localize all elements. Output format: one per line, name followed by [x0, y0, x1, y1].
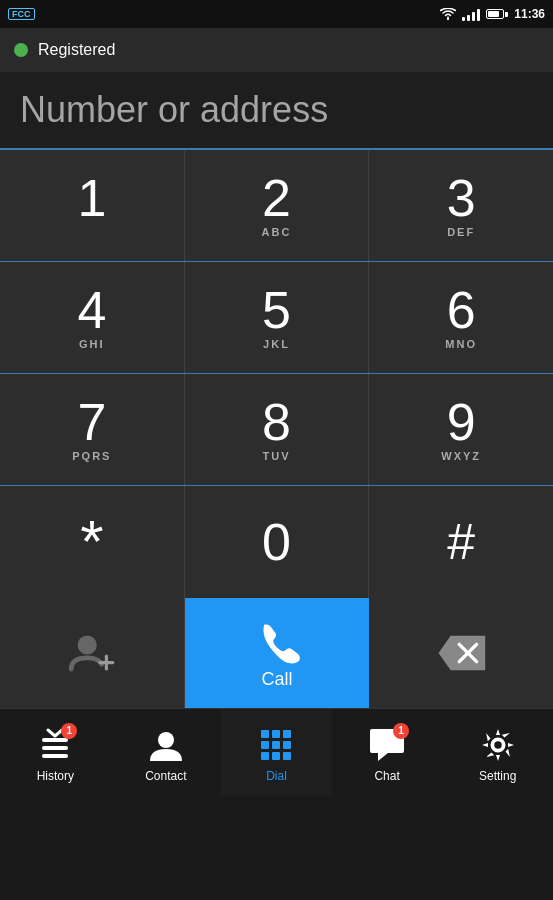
chat-label: Chat [374, 769, 399, 783]
gear-icon [480, 727, 516, 763]
registered-dot [14, 43, 28, 57]
signal-icon [462, 7, 480, 21]
status-bar: FCC 11:36 [0, 0, 553, 28]
call-phone-icon [253, 617, 301, 665]
dial-grid-icon [261, 730, 291, 760]
delete-button[interactable] [369, 598, 553, 708]
call-label: Call [261, 669, 292, 690]
dialpad-row-1: 1 2 ABC 3 DEF [0, 150, 553, 262]
nav-setting[interactable]: Setting [442, 709, 553, 796]
key-8[interactable]: 8 TUV [185, 374, 370, 485]
nav-bar: 1 History Contact Dial 1 [0, 708, 553, 796]
key-2[interactable]: 2 ABC [185, 150, 370, 261]
dialpad: 1 2 ABC 3 DEF 4 GHI 5 JKL 6 MNO 7 PQRS [0, 150, 553, 598]
svg-point-8 [158, 732, 174, 748]
nav-dial[interactable]: Dial [221, 709, 332, 796]
battery-icon [486, 9, 508, 19]
key-1[interactable]: 1 [0, 150, 185, 261]
dial-icon-wrap [254, 723, 298, 767]
dialpad-row-3: 7 PQRS 8 TUV 9 WXYZ [0, 374, 553, 486]
add-contact-button[interactable] [0, 598, 185, 708]
history-badge: 1 [61, 723, 77, 739]
chat-badge: 1 [393, 723, 409, 739]
key-4[interactable]: 4 GHI [0, 262, 185, 373]
contact-icon [148, 727, 184, 763]
setting-icon-wrap [476, 723, 520, 767]
registered-bar: Registered [0, 28, 553, 72]
svg-point-10 [493, 740, 503, 750]
key-7[interactable]: 7 PQRS [0, 374, 185, 485]
contact-label: Contact [145, 769, 186, 783]
dial-label: Dial [266, 769, 287, 783]
history-label: History [37, 769, 74, 783]
wifi-icon [440, 8, 456, 20]
key-0[interactable]: 0 [185, 486, 370, 598]
svg-point-0 [78, 635, 97, 654]
contact-icon-wrap [144, 723, 188, 767]
delete-icon [435, 634, 487, 672]
chat-icon-wrap: 1 [365, 723, 409, 767]
key-hash[interactable]: # [369, 486, 553, 598]
key-star[interactable]: * [0, 486, 185, 598]
key-5[interactable]: 5 JKL [185, 262, 370, 373]
history-icon-wrap: 1 [33, 723, 77, 767]
dialpad-row-4: * 0 # [0, 486, 553, 598]
call-button[interactable]: Call [185, 598, 369, 708]
nav-history[interactable]: 1 History [0, 709, 111, 796]
svg-rect-7 [42, 754, 68, 758]
registered-label: Registered [38, 41, 115, 59]
nav-contact[interactable]: Contact [111, 709, 222, 796]
action-row: Call [0, 598, 553, 708]
svg-rect-6 [42, 746, 68, 750]
key-3[interactable]: 3 DEF [369, 150, 553, 261]
number-placeholder: Number or address [20, 89, 328, 131]
fcc-label: FCC [8, 8, 35, 20]
nav-chat[interactable]: 1 Chat [332, 709, 443, 796]
number-input-area[interactable]: Number or address [0, 72, 553, 150]
time-display: 11:36 [514, 7, 545, 21]
add-contact-icon [68, 629, 116, 677]
dialpad-row-2: 4 GHI 5 JKL 6 MNO [0, 262, 553, 374]
setting-label: Setting [479, 769, 516, 783]
key-9[interactable]: 9 WXYZ [369, 374, 553, 485]
key-6[interactable]: 6 MNO [369, 262, 553, 373]
